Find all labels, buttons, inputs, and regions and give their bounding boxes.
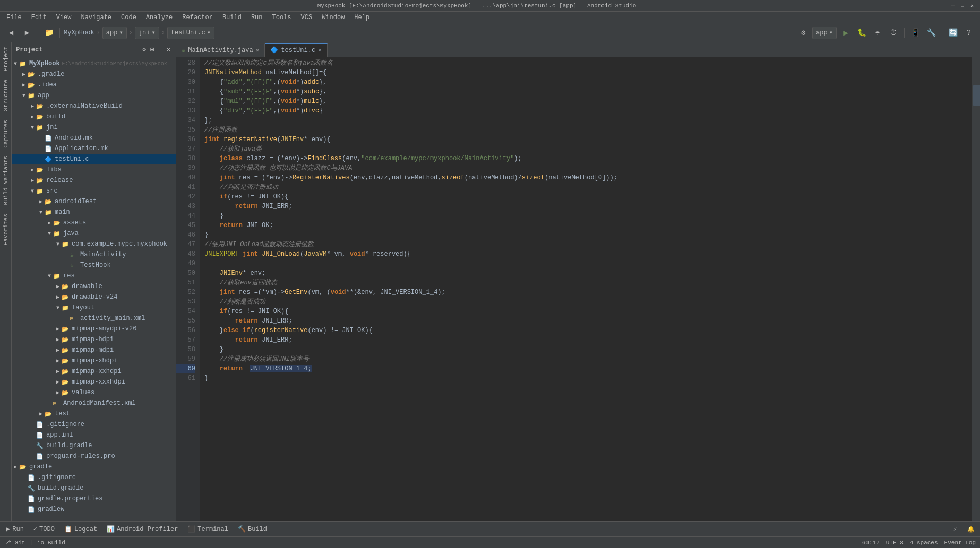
toolbar-back[interactable]: ◀: [4, 26, 18, 40]
breadcrumb-project[interactable]: MyXpHook: [64, 29, 94, 37]
menu-view[interactable]: View: [52, 13, 76, 22]
tree-item-mipmap-mdpi[interactable]: ▶ 📂 mipmap-mdpi: [12, 345, 176, 355]
tree-item-external-native[interactable]: ▶ 📂 .externalNativeBuild: [12, 101, 176, 111]
module-dropdown[interactable]: app▾: [102, 27, 127, 39]
menu-run[interactable]: Run: [247, 13, 267, 22]
bottom-tab-logcat[interactable]: 📋 Logcat: [60, 523, 101, 535]
tree-item-mipmap-hdpi[interactable]: ▶ 📂 mipmap-hdpi: [12, 334, 176, 345]
bottom-tab-terminal[interactable]: ⬛ Terminal: [183, 523, 233, 535]
tree-item-res[interactable]: ▼ 📁 res: [12, 271, 176, 281]
tab-testuni[interactable]: 🔷 testUni.c ✕: [265, 43, 327, 57]
close-button[interactable]: ✕: [968, 2, 976, 10]
vert-tab-favorites[interactable]: Favorites: [1, 210, 11, 249]
tree-item-drawable-v24[interactable]: ▶ 📂 drawable-v24: [12, 292, 176, 302]
tree-item-app-mk[interactable]: 📄 Application.mk: [12, 143, 176, 154]
tree-item-testhook[interactable]: ☕ TestHook: [12, 260, 176, 271]
tree-item-gradle-props[interactable]: 📄 gradle.properties: [12, 493, 176, 504]
tree-item-testuni[interactable]: 🔷 testUni.c: [12, 154, 176, 164]
vert-tab-captures[interactable]: Captures: [1, 116, 11, 152]
sync-button[interactable]: 🔄: [946, 26, 960, 40]
bottom-tab-todo[interactable]: ✓ TODO: [29, 523, 59, 535]
tree-item-app[interactable]: ▼ 📁 app: [12, 90, 176, 101]
menu-tools[interactable]: Tools: [268, 13, 296, 22]
tree-item-root[interactable]: ▼ 📁 MyXpHook E:\AndroidStudioProjects\My…: [12, 58, 176, 69]
menu-navigate[interactable]: Navigate: [76, 13, 116, 22]
tree-item-build-gradle-root[interactable]: 🔧 build.gradle: [12, 483, 176, 493]
profile-button[interactable]: ⏱: [887, 26, 900, 40]
power-save-button[interactable]: ⚡: [948, 523, 962, 536]
avd-button[interactable]: 📱: [908, 26, 922, 40]
vert-tab-build-variants[interactable]: Build Variants: [1, 152, 11, 209]
tree-item-build-gradle[interactable]: 🔧 build.gradle: [12, 440, 176, 451]
tree-item-layout[interactable]: ▼ 📁 layout: [12, 302, 176, 313]
debug-button[interactable]: 🐛: [855, 26, 869, 40]
coverage-button[interactable]: ☂: [871, 26, 884, 40]
bottom-tab-profiler[interactable]: 📊 Android Profiler: [102, 523, 182, 535]
bottom-tab-run[interactable]: ▶ Run: [2, 523, 28, 535]
menu-build[interactable]: Build: [218, 13, 246, 22]
status-line-col[interactable]: 60:17: [862, 540, 880, 546]
menu-edit[interactable]: Edit: [27, 13, 51, 22]
menu-vcs[interactable]: VCS: [297, 13, 317, 22]
bottom-tab-build[interactable]: 🔨 Build: [234, 523, 271, 535]
tree-item-build[interactable]: ▶ 📂 build: [12, 111, 176, 122]
menu-file[interactable]: File: [2, 13, 26, 22]
tree-item-gitignore-root[interactable]: 📄 .gitignore: [12, 472, 176, 483]
tab-mainactivity-close[interactable]: ✕: [256, 47, 260, 54]
tree-item-package[interactable]: ▼ 📁 com.example.mypc.myxphook: [12, 239, 176, 249]
jni-dropdown[interactable]: jni▾: [135, 27, 159, 39]
tree-item-mipmap-anydpi[interactable]: ▶ 📂 mipmap-anydpi-v26: [12, 324, 176, 334]
tree-item-mainactivity[interactable]: ☕ MainActivity: [12, 249, 176, 260]
toolbar-sdk[interactable]: ⚙: [796, 26, 810, 40]
tree-item-android-mk[interactable]: 📄 Android.mk: [12, 133, 176, 143]
tree-item-gradle-folder[interactable]: ▶ 📂 gradle: [12, 462, 176, 472]
tree-item-drawable[interactable]: ▶ 📂 drawable: [12, 281, 176, 292]
tree-item-main[interactable]: ▼ 📁 main: [12, 207, 176, 218]
tree-item-libs[interactable]: ▶ 📂 libs: [12, 164, 176, 175]
menu-help[interactable]: Help: [350, 13, 374, 22]
tree-item-src[interactable]: ▼ 📁 src: [12, 186, 176, 196]
tree-item-mipmap-xxxhdpi[interactable]: ▶ 📂 mipmap-xxxhdpi: [12, 377, 176, 387]
minimize-button[interactable]: ─: [949, 2, 957, 10]
vert-tab-project[interactable]: Project: [1, 42, 11, 75]
project-close-icon[interactable]: ✕: [166, 45, 171, 55]
menu-window[interactable]: Window: [317, 13, 349, 22]
status-git[interactable]: ⎇ Git: [4, 539, 25, 546]
run-config-dropdown[interactable]: app▾: [812, 27, 837, 39]
code-content[interactable]: //定义数组双向绑定c层函数名和java函数名 JNINativeMethod …: [200, 57, 972, 521]
tree-item-values[interactable]: ▶ 📂 values: [12, 387, 176, 398]
project-settings-icon[interactable]: ⊞: [149, 45, 155, 55]
menu-analyze[interactable]: Analyze: [142, 13, 177, 22]
toolbar-forward[interactable]: ▶: [20, 26, 34, 40]
tab-mainactivity[interactable]: ☕ MainActivity.java ✕: [176, 43, 265, 57]
tree-item-test[interactable]: ▶ 📂 test: [12, 408, 176, 419]
tree-item-mipmap-xhdpi[interactable]: ▶ 📂 mipmap-xhdpi: [12, 355, 176, 366]
tree-item-mipmap-xxhdpi[interactable]: ▶ 📂 mipmap-xxhdpi: [12, 366, 176, 377]
tree-item-jni[interactable]: ▼ 📁 jni: [12, 122, 176, 133]
tree-item-manifest[interactable]: ⊞ AndroidManifest.xml: [12, 398, 176, 408]
tree-item-gitignore-app[interactable]: 📄 .gitignore: [12, 419, 176, 430]
tab-testuni-close[interactable]: ✕: [318, 47, 322, 54]
tree-item-activity-main-xml[interactable]: ⊞ activity_main.xml: [12, 313, 176, 324]
tree-item-proguard[interactable]: 📄 proguard-rules.pro: [12, 451, 176, 462]
project-gear-icon[interactable]: ⚙: [141, 45, 147, 55]
tree-item-gradle[interactable]: ▶ 📂 .gradle: [12, 69, 176, 80]
vert-tab-structure[interactable]: Structure: [1, 75, 11, 115]
status-indent[interactable]: 4 spaces: [910, 540, 938, 546]
toolbar-folder[interactable]: 📁: [42, 26, 56, 40]
project-collapse-icon[interactable]: ─: [158, 45, 164, 55]
maximize-button[interactable]: □: [959, 2, 966, 10]
tree-item-idea[interactable]: ▶ 📂 .idea: [12, 80, 176, 90]
help-button[interactable]: ?: [962, 26, 976, 40]
menu-code[interactable]: Code: [117, 13, 141, 22]
status-event-log[interactable]: Event Log: [944, 540, 976, 546]
tree-item-android-test[interactable]: ▶ 📂 androidTest: [12, 196, 176, 207]
tree-item-release[interactable]: ▶ 📂 release: [12, 175, 176, 186]
sdk-button[interactable]: 🔧: [924, 26, 938, 40]
status-encoding[interactable]: UTF-8: [886, 540, 904, 546]
event-log-button[interactable]: 🔔: [964, 523, 978, 536]
tree-item-app-iml[interactable]: 📄 app.iml: [12, 430, 176, 440]
file-dropdown[interactable]: testUni.c▾: [167, 27, 214, 39]
tree-item-assets[interactable]: ▶ 📂 assets: [12, 218, 176, 228]
tree-item-java[interactable]: ▼ 📁 java: [12, 228, 176, 239]
